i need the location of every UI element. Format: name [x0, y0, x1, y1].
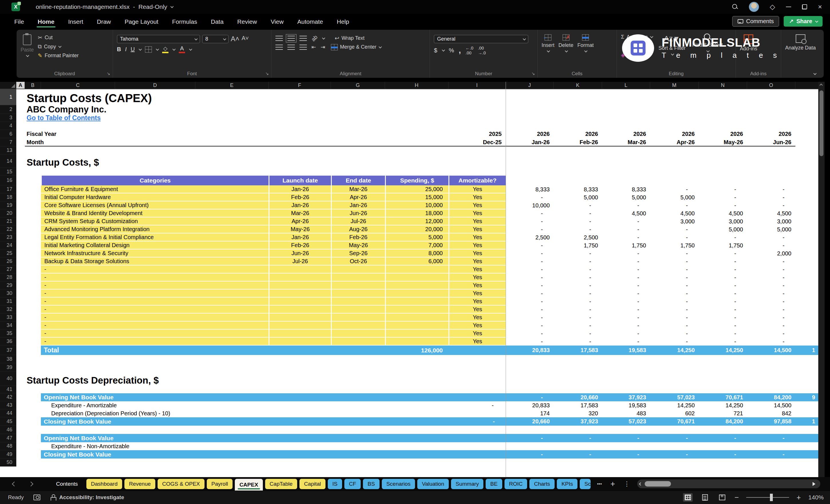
underline-chevron-icon[interactable]: [139, 47, 142, 50]
number-format-select[interactable]: General: [434, 35, 528, 43]
vertical-scroll-thumb[interactable]: [820, 90, 823, 156]
column-header-H[interactable]: H: [385, 82, 448, 89]
borders-button[interactable]: [145, 46, 152, 53]
sheet-tab-summary[interactable]: Summary: [451, 479, 483, 489]
font-dialog-launcher[interactable]: ↘: [265, 71, 269, 76]
increase-indent-button[interactable]: ⇥: [321, 44, 325, 50]
sheet-tab-revenue[interactable]: Revenue: [124, 479, 155, 489]
row-header-23[interactable]: 23: [0, 233, 16, 242]
menu-tab-automate[interactable]: Automate: [297, 15, 324, 28]
column-header-I[interactable]: I: [448, 82, 506, 89]
horizontal-scrollbar[interactable]: [637, 479, 820, 488]
grow-font-button[interactable]: A˄: [231, 35, 240, 43]
row-header-19[interactable]: 19: [0, 201, 16, 209]
column-header-F[interactable]: F: [268, 82, 331, 89]
row-header-41[interactable]: 41: [0, 386, 16, 393]
row-header-34[interactable]: 34: [0, 321, 16, 329]
paste-button[interactable]: Paste: [21, 33, 34, 57]
format-cells-button[interactable]: Format: [577, 33, 594, 52]
column-header-N[interactable]: N: [699, 82, 747, 89]
sheet-tab-charts[interactable]: Charts: [530, 479, 554, 489]
column-header-K[interactable]: K: [554, 82, 602, 89]
sheet-tab-is[interactable]: IS: [328, 479, 342, 489]
row-header-7[interactable]: 7: [0, 138, 16, 147]
row-header-48[interactable]: 48: [0, 442, 16, 450]
align-center-icon[interactable]: [287, 44, 295, 50]
align-bottom-icon[interactable]: [299, 36, 307, 41]
row-header-28[interactable]: 28: [0, 274, 16, 281]
row-header-16[interactable]: 16: [0, 176, 16, 185]
row-header-6[interactable]: 6: [0, 130, 16, 138]
analyze-data-button[interactable]: Analyze Data: [785, 33, 816, 51]
column-header-J[interactable]: J: [506, 82, 554, 89]
row-header-47[interactable]: 47: [0, 434, 16, 442]
row-header-25[interactable]: 25: [0, 249, 16, 257]
sheet-tab-captable[interactable]: CapTable: [265, 479, 297, 489]
zoom-level[interactable]: 140%: [808, 494, 824, 501]
percent-format-button[interactable]: %: [449, 47, 454, 54]
row-header-4[interactable]: 4: [0, 122, 16, 130]
menu-tab-help[interactable]: Help: [336, 15, 350, 28]
column-header-L[interactable]: L: [602, 82, 650, 89]
menu-tab-home[interactable]: Home: [37, 15, 55, 28]
row-header-49[interactable]: 49: [0, 450, 16, 459]
menu-tab-view[interactable]: View: [270, 15, 284, 28]
row-header-38[interactable]: 38: [0, 355, 16, 363]
row-header-24[interactable]: 24: [0, 242, 16, 249]
zoom-slider[interactable]: [746, 497, 789, 498]
page-layout-view-button[interactable]: [700, 493, 710, 502]
font-family-select[interactable]: Tahoma: [117, 35, 200, 43]
sheet-tab-roic[interactable]: ROIC: [505, 479, 528, 489]
premium-gem-icon[interactable]: ◇: [770, 3, 775, 11]
fill-color-chevron-icon[interactable]: [172, 47, 175, 50]
row-header-31[interactable]: 31: [0, 297, 16, 306]
page-break-view-button[interactable]: [717, 493, 727, 502]
restore-button[interactable]: [802, 4, 807, 9]
sheet-tab-cogs-opex[interactable]: COGS & OPEX: [158, 479, 204, 489]
row-header-13[interactable]: 13: [0, 147, 16, 154]
scroll-left-arrow-icon[interactable]: [639, 482, 642, 485]
row-header-40[interactable]: 40: [0, 372, 16, 386]
row-header-43[interactable]: 43: [0, 401, 16, 409]
font-color-button[interactable]: A: [179, 45, 185, 53]
align-top-icon[interactable]: [276, 36, 283, 41]
column-header-partial[interactable]: [795, 82, 818, 89]
row-header-14[interactable]: 14: [0, 154, 16, 168]
select-all-corner[interactable]: [0, 82, 16, 89]
menu-tab-data[interactable]: Data: [210, 15, 224, 28]
row-header-29[interactable]: 29: [0, 281, 16, 289]
sheet-tab-cf[interactable]: CF: [344, 479, 361, 489]
sheet-tab-valuation[interactable]: Valuation: [417, 479, 449, 489]
menu-tab-page-layout[interactable]: Page Layout: [124, 15, 159, 28]
decrease-indent-button[interactable]: ⇤: [312, 44, 316, 50]
row-header-32[interactable]: 32: [0, 306, 16, 314]
font-color-chevron-icon[interactable]: [189, 47, 192, 50]
sheet-tab-be[interactable]: BE: [486, 479, 502, 489]
row-header-50[interactable]: 50: [0, 459, 16, 467]
scroll-right-arrow-icon[interactable]: [812, 482, 818, 486]
column-header-E[interactable]: E: [195, 82, 268, 89]
search-icon[interactable]: [732, 4, 738, 10]
tabs-prev-arrow-icon[interactable]: [12, 481, 17, 486]
zoom-out-button[interactable]: −: [734, 493, 739, 502]
row-header-45[interactable]: 45: [0, 417, 16, 426]
row-header-46[interactable]: 46: [0, 426, 16, 434]
clipboard-dialog-launcher[interactable]: ↘: [107, 71, 110, 76]
insert-cells-button[interactable]: Insert: [542, 33, 554, 52]
align-middle-icon[interactable]: [287, 36, 295, 41]
close-button[interactable]: ×: [818, 3, 822, 10]
sheet-tab-sc[interactable]: Sc: [580, 479, 590, 489]
accessibility-status[interactable]: Accessibility: Investigate: [59, 494, 124, 501]
row-header-21[interactable]: 21: [0, 217, 16, 225]
font-size-select[interactable]: 8: [202, 35, 228, 43]
merge-center-button[interactable]: Merge & Center: [331, 44, 381, 50]
sheet-tab-payroll[interactable]: Payroll: [207, 479, 232, 489]
horizontal-scroll-thumb[interactable]: [645, 481, 671, 486]
column-header-O[interactable]: O: [747, 82, 795, 89]
sheet-tab-kpis[interactable]: KPIs: [557, 479, 577, 489]
currency-chevron-icon[interactable]: [442, 48, 445, 52]
sheet-tab-bs[interactable]: BS: [363, 479, 379, 489]
row-header-44[interactable]: 44: [0, 409, 16, 417]
orientation-button[interactable]: ab: [310, 34, 319, 43]
column-header-G[interactable]: G: [331, 82, 385, 89]
